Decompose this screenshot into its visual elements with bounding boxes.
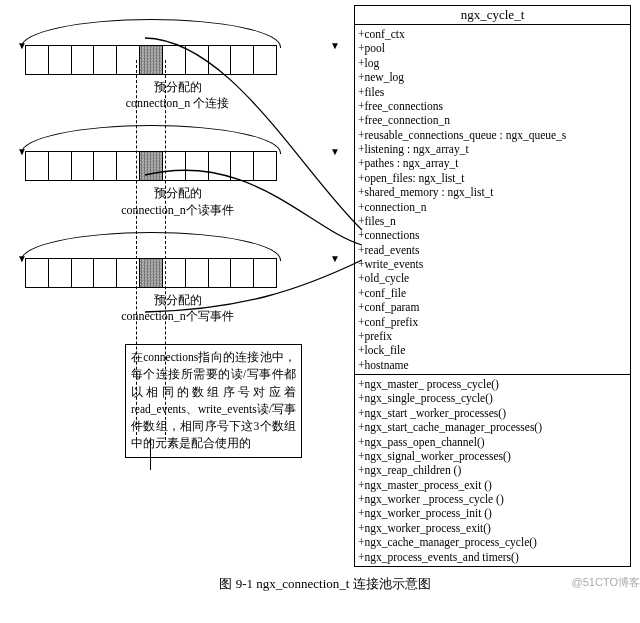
pool-cell: [49, 46, 72, 74]
class-title: ngx_cycle_t: [355, 6, 630, 25]
class-field: +pathes : ngx_array_t: [358, 156, 627, 170]
class-method: +ngx_master_process_exit (): [358, 478, 627, 492]
class-field: +log: [358, 56, 627, 70]
arrow-down-icon: ▼: [330, 147, 340, 157]
class-method: +ngx_cache_manager_process_cycle(): [358, 535, 627, 549]
pool-cell: [94, 259, 117, 287]
field-list: +conf_ctx+pool+log+new_log+files+free_co…: [355, 25, 630, 375]
class-field: +conf_ctx: [358, 27, 627, 41]
pool-cell: [254, 259, 276, 287]
pool-cell-highlighted: [140, 259, 163, 287]
class-field: +files: [358, 85, 627, 99]
array-pool: [25, 258, 277, 288]
pool-cell-highlighted: [140, 152, 163, 180]
pool-cell: [49, 152, 72, 180]
class-method: +ngx_worker _process_cycle (): [358, 492, 627, 506]
class-method: +ngx_start_cache_manager_processes(): [358, 420, 627, 434]
pool-arc: [21, 19, 281, 48]
class-method: +ngx_pass_open_channel(): [358, 435, 627, 449]
pool-cell: [209, 259, 232, 287]
class-field: +new_log: [358, 70, 627, 84]
class-method: +ngx_start _worker_processes(): [358, 406, 627, 420]
pool-cell: [72, 152, 95, 180]
watermark: @51CTO博客: [572, 575, 640, 590]
class-field: +shared_memory : ngx_list_t: [358, 185, 627, 199]
class-method: +ngx_process_events_and timers(): [358, 550, 627, 564]
class-field: +write_events: [358, 257, 627, 271]
note-box: 在connections指向的连接池中，每个连接所需要的读/写事件都以相同的数组…: [125, 344, 302, 458]
class-field: +free_connections: [358, 99, 627, 113]
figure-caption: 图 9-1 ngx_connection_t 连接池示意图: [5, 575, 640, 593]
pool-arc: [21, 232, 281, 261]
class-field: +open_files: ngx_list_t: [358, 171, 627, 185]
array-pool: [25, 45, 277, 75]
uml-class-box: ngx_cycle_t +conf_ctx+pool+log+new_log+f…: [354, 5, 631, 567]
pool-cell: [231, 259, 254, 287]
pool-cell: [209, 46, 232, 74]
class-method: +ngx_worker_process_exit(): [358, 521, 627, 535]
class-method: +ngx_reap_children (): [358, 463, 627, 477]
pool-label: 预分配的 connection_n个写事件: [5, 292, 350, 324]
class-field: +conf_file: [358, 286, 627, 300]
pool-cell: [254, 152, 276, 180]
class-field: +lock_file: [358, 343, 627, 357]
pool-cell: [163, 152, 186, 180]
pool-cell: [231, 46, 254, 74]
class-method: +ngx_master_ process_cycle(): [358, 377, 627, 391]
pool-cell: [26, 259, 49, 287]
pool-cell: [94, 46, 117, 74]
class-method: +ngx_single_process_cycle(): [358, 391, 627, 405]
pool-cell: [49, 259, 72, 287]
pool-label: 预分配的 connection_n个读事件: [5, 185, 350, 217]
pool-cell-highlighted: [140, 46, 163, 74]
pool-group-read-events: ▼ ▼ 预分配的 connection_n个读事件: [5, 151, 350, 217]
pool-arc: [21, 125, 281, 154]
class-field: +pool: [358, 41, 627, 55]
pool-cell: [26, 46, 49, 74]
pool-group-write-events: ▼ ▼ 预分配的 connection_n个写事件: [5, 258, 350, 324]
class-field: +files_n: [358, 214, 627, 228]
arrow-down-icon: ▼: [330, 254, 340, 264]
pool-cell: [72, 259, 95, 287]
pool-cell: [117, 152, 140, 180]
pool-cell: [231, 152, 254, 180]
class-field: +hostname: [358, 358, 627, 372]
pool-cell: [72, 46, 95, 74]
pool-group-connections: ▼ ▼ 预分配的 connection_n 个连接: [5, 45, 350, 111]
pool-cell: [186, 259, 209, 287]
class-field: +reusable_connections_queue : ngx_queue_…: [358, 128, 627, 142]
array-pool: [25, 151, 277, 181]
class-field: +connections: [358, 228, 627, 242]
class-method: +ngx_worker_process_init (): [358, 506, 627, 520]
class-field: +conf_prefix: [358, 315, 627, 329]
class-field: +old_cycle: [358, 271, 627, 285]
pool-cell: [209, 152, 232, 180]
pool-label: 预分配的 connection_n 个连接: [5, 79, 350, 111]
class-method: +ngx_signal_worker_processes(): [358, 449, 627, 463]
pool-cell: [163, 46, 186, 74]
pool-cell: [117, 46, 140, 74]
pool-cell: [94, 152, 117, 180]
pool-cell: [26, 152, 49, 180]
class-field: +free_connection_n: [358, 113, 627, 127]
pool-cell: [163, 259, 186, 287]
arrow-down-icon: ▼: [330, 41, 340, 51]
pool-cell: [186, 46, 209, 74]
left-diagram-column: ▼ ▼ 预分配的 connection_n 个连接 ▼ ▼ 预分配的 conne…: [5, 5, 350, 567]
class-field: +read_events: [358, 243, 627, 257]
method-list: +ngx_master_ process_cycle()+ngx_single_…: [355, 375, 630, 566]
class-field: +listening : ngx_array_t: [358, 142, 627, 156]
class-field: +conf_param: [358, 300, 627, 314]
note-leader-line: [150, 440, 151, 470]
pool-cell: [117, 259, 140, 287]
pool-cell: [254, 46, 276, 74]
pool-cell: [186, 152, 209, 180]
class-field: +connection_n: [358, 200, 627, 214]
class-field: +prefix: [358, 329, 627, 343]
